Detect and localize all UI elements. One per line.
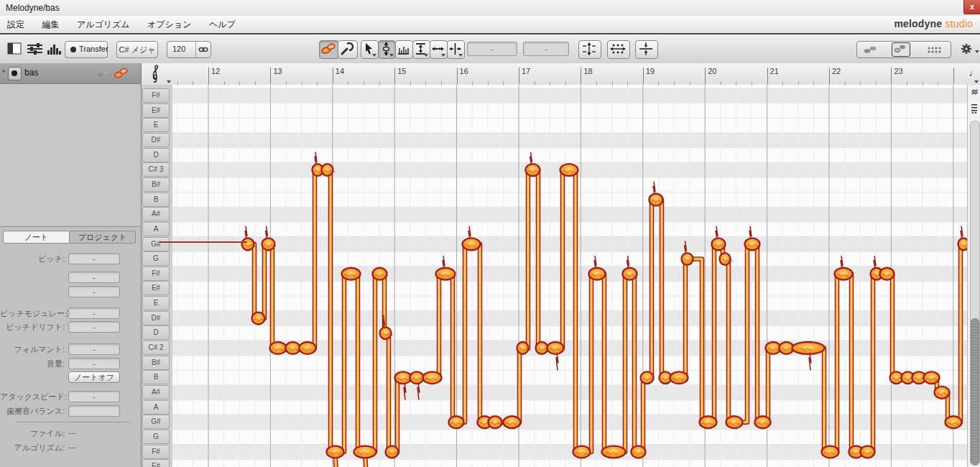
- note-blob[interactable]: [641, 371, 655, 384]
- note-blob[interactable]: [835, 268, 853, 280]
- note-blob[interactable]: [700, 416, 717, 428]
- double-sharp-icon[interactable]: ♯♯: [968, 88, 980, 96]
- tempo-link-icon[interactable]: [198, 45, 208, 54]
- note-blob[interactable]: [327, 446, 344, 458]
- pitch-ruler-cell[interactable]: D: [142, 148, 170, 162]
- window-layout-icon[interactable]: [7, 42, 23, 56]
- title-bar[interactable]: Melodyne/bas x: [0, 0, 980, 17]
- tool-pitch-modulation[interactable]: [395, 40, 413, 59]
- tool-formant[interactable]: [412, 40, 430, 59]
- pitch-ruler-cell[interactable]: E#: [142, 103, 170, 118]
- note-value-selector[interactable]: ♩: [967, 63, 980, 85]
- note-blob[interactable]: [650, 193, 664, 205]
- note-blob[interactable]: [286, 342, 300, 354]
- pitch-ruler-cell[interactable]: B: [142, 193, 170, 207]
- note-separation-button[interactable]: [635, 40, 658, 59]
- pitch-ruler-cell[interactable]: G: [142, 430, 170, 444]
- track-record-button[interactable]: [8, 67, 22, 80]
- pitch-field-3[interactable]: -: [68, 286, 120, 297]
- note-blob[interactable]: [262, 238, 277, 250]
- pitch-ruler-cell[interactable]: A#: [142, 207, 170, 221]
- pitch-ruler-cell[interactable]: F#: [142, 445, 170, 459]
- note-blob[interactable]: [861, 446, 875, 458]
- histogram-icon[interactable]: [46, 42, 63, 56]
- pitch-ruler-cell[interactable]: G#: [142, 415, 170, 429]
- note-blob[interactable]: [573, 446, 591, 458]
- vertical-scrollbar[interactable]: [970, 121, 980, 466]
- note-blob[interactable]: [423, 371, 442, 384]
- note-dropdown-caret[interactable]: [974, 80, 979, 83]
- note-blob[interactable]: [504, 416, 521, 428]
- pitch-ruler-cell[interactable]: E: [142, 118, 170, 132]
- pitch-ruler-cell[interactable]: D#: [142, 311, 170, 325]
- note-off-button[interactable]: ノートオフ: [68, 371, 120, 383]
- note-blob[interactable]: [602, 446, 626, 458]
- note-blob[interactable]: [822, 446, 839, 458]
- track-blobs-active-icon[interactable]: [113, 67, 129, 79]
- pitch-ruler-cell[interactable]: D: [142, 325, 170, 340]
- note-blob[interactable]: [252, 313, 267, 325]
- quantize-time-macro-button[interactable]: [607, 40, 630, 59]
- gear-dropdown-caret[interactable]: [975, 50, 979, 53]
- key-signature-icon[interactable]: [971, 103, 978, 114]
- gear-icon[interactable]: [960, 42, 974, 56]
- attack-speed-field[interactable]: -: [68, 391, 120, 402]
- pitch-ruler[interactable]: F#E#ED#DC# 3B#BA#AG#GF#E#ED#DC# 2B#BA#AG…: [142, 85, 172, 467]
- tab-project[interactable]: プロジェクト: [69, 231, 136, 244]
- note-blob[interactable]: [792, 342, 825, 354]
- sibilant-balance-field[interactable]: [68, 405, 120, 417]
- note-blob[interactable]: [463, 238, 481, 250]
- note-blob[interactable]: [560, 164, 578, 176]
- pitch-ruler-cell[interactable]: F#: [142, 267, 170, 281]
- tool-pitch[interactable]: [378, 40, 396, 59]
- pitch-modulation-field[interactable]: -: [68, 308, 120, 319]
- volume-field[interactable]: -: [68, 358, 120, 369]
- pitch-field-2[interactable]: -: [68, 272, 120, 283]
- pitch-ruler-cell[interactable]: E#: [142, 459, 170, 467]
- timeline-ruler[interactable]: 121314151617181920212223: [172, 63, 967, 85]
- pitch-ruler-cell[interactable]: E: [142, 296, 170, 310]
- blob-edit-mode-button[interactable]: [319, 40, 339, 59]
- note-blob[interactable]: [623, 268, 637, 280]
- mixer-icon[interactable]: [26, 42, 45, 56]
- pitch-ruler-cell[interactable]: A#: [142, 385, 170, 399]
- pitch-drift-field[interactable]: -: [68, 321, 120, 333]
- pitch-ruler-cell[interactable]: B#: [142, 356, 170, 370]
- formant-field[interactable]: -: [68, 343, 120, 355]
- note-blob[interactable]: [935, 387, 950, 399]
- key-selector[interactable]: C# メジャー: [116, 41, 158, 58]
- note-blob[interactable]: [547, 342, 564, 354]
- note-blob[interactable]: [342, 268, 361, 280]
- pitch-ruler-cell[interactable]: D#: [142, 133, 170, 147]
- track-display-control[interactable]: [856, 41, 951, 58]
- note-blob[interactable]: [300, 342, 316, 354]
- note-blob[interactable]: [395, 371, 412, 384]
- tab-note[interactable]: ノート: [3, 231, 70, 244]
- note-blob[interactable]: [436, 268, 456, 280]
- note-blob[interactable]: [489, 416, 503, 428]
- menu-edit[interactable]: 編集: [34, 16, 66, 31]
- pitch-ruler-cell[interactable]: F#: [142, 88, 170, 103]
- pitch-ruler-cell[interactable]: C# 2: [142, 341, 170, 355]
- note-blob[interactable]: [386, 446, 400, 458]
- tempo-control[interactable]: 120: [167, 41, 211, 58]
- tool-time[interactable]: [447, 40, 465, 59]
- note-blob[interactable]: [958, 238, 968, 250]
- menu-options[interactable]: オプション: [140, 16, 198, 31]
- pitch-ruler-cell[interactable]: A: [142, 400, 170, 415]
- note-blob[interactable]: [373, 268, 387, 280]
- clef-selector[interactable]: [142, 63, 173, 85]
- menu-help[interactable]: ヘルプ: [202, 16, 243, 31]
- note-blob[interactable]: [670, 371, 688, 384]
- current-track-button[interactable]: [892, 42, 910, 57]
- note-blob[interactable]: [632, 446, 646, 458]
- note-blob[interactable]: [924, 371, 940, 384]
- pitch-ruler-cell[interactable]: E#: [142, 281, 170, 295]
- pitch-ruler-cell[interactable]: A: [142, 222, 170, 236]
- tempo-value[interactable]: 120: [172, 45, 185, 53]
- note-blob[interactable]: [449, 416, 464, 428]
- pitch-ruler-cell[interactable]: B: [142, 370, 170, 384]
- pitch-ruler-cell[interactable]: G#: [142, 237, 170, 251]
- wrench-button[interactable]: [338, 40, 358, 59]
- note-blob[interactable]: [589, 268, 606, 280]
